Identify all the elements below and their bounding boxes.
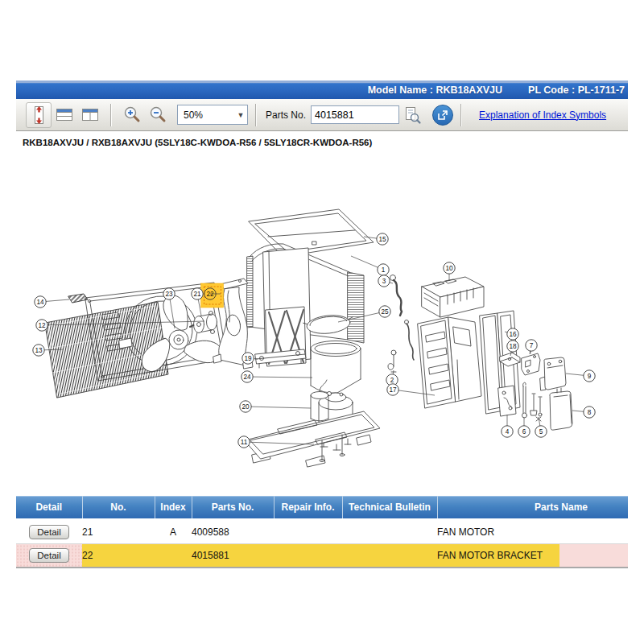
callout-14[interactable]: 14 xyxy=(35,296,69,308)
callout-7[interactable]: 7 xyxy=(526,340,537,354)
svg-text:6: 6 xyxy=(522,428,526,436)
column-header-repair-info-: Repair Info. xyxy=(274,496,342,520)
zoom-level-value: 50% xyxy=(178,109,234,121)
open-new-window-icon xyxy=(437,109,448,121)
explanation-of-index-symbols-link[interactable]: Explanation of Index Symbols xyxy=(479,109,606,121)
sound-blanket-part xyxy=(311,341,361,394)
zoom-in-icon xyxy=(122,105,142,125)
column-header-detail: Detail xyxy=(16,496,82,520)
svg-text:10: 10 xyxy=(445,265,453,272)
detail-button[interactable]: Detail xyxy=(29,548,68,563)
zoom-level-select[interactable]: 50% ▼ xyxy=(177,105,248,125)
split-horizontal-icon xyxy=(56,107,73,122)
zoom-out-icon xyxy=(148,105,167,125)
open-new-window-button[interactable] xyxy=(432,105,453,126)
no-cell: 22 xyxy=(82,544,155,568)
svg-text:1: 1 xyxy=(382,266,386,274)
toolbar-separator xyxy=(460,104,462,126)
svg-text:18: 18 xyxy=(509,343,517,350)
svg-text:20: 20 xyxy=(242,403,250,411)
repair-info-cell xyxy=(274,544,342,568)
svg-text:21: 21 xyxy=(193,291,201,298)
svg-text:13: 13 xyxy=(35,347,43,354)
index-cell: A xyxy=(155,520,192,544)
toolbar-separator xyxy=(110,104,112,126)
column-header-no-: No. xyxy=(82,496,155,520)
model-name-label: Model Name : RKB18AXVJU xyxy=(368,85,502,96)
title-bar: Model Name : RKB18AXVJU PL Code : PL-171… xyxy=(16,80,628,99)
parts-table: DetailNo.IndexParts No.Repair Info.Techn… xyxy=(16,496,628,568)
callout-2[interactable]: 2 xyxy=(386,370,398,386)
svg-text:9: 9 xyxy=(588,373,592,380)
svg-text:17: 17 xyxy=(389,386,397,394)
split-vertical-icon xyxy=(81,107,99,122)
fixing-plate-part xyxy=(498,386,516,416)
column-header-technical-bulletin: Technical Bulletin xyxy=(342,496,437,520)
model-subtitle: RKB18AXVJU / RXB18AXVJU (5SLY18C-KWDOA-R… xyxy=(16,131,628,151)
svg-text:5: 5 xyxy=(539,428,543,436)
svg-text:14: 14 xyxy=(36,299,44,306)
split-horizontal-button[interactable] xyxy=(52,102,77,128)
pipe-assembly-part xyxy=(405,320,415,361)
callout-20[interactable]: 20 xyxy=(240,401,311,412)
parts-table-body: Detail21A4009588FAN MOTORDetail224015881… xyxy=(16,520,628,568)
parts-no-cell: 4015881 xyxy=(192,544,274,568)
svg-text:8: 8 xyxy=(588,409,592,416)
detail-cell: Detail xyxy=(16,520,82,544)
svg-text:16: 16 xyxy=(509,331,517,338)
parts-search-button[interactable] xyxy=(399,102,425,128)
svg-text:12: 12 xyxy=(38,322,46,329)
parts-table-row: Detail21A4009588FAN MOTOR xyxy=(16,520,628,544)
exploded-parts-diagram: 1234567891011121314151617181920212223242… xyxy=(16,151,628,490)
fit-height-icon xyxy=(32,105,46,125)
control-box-part xyxy=(422,277,484,317)
parts-name-cell: FAN MOTOR xyxy=(437,520,628,544)
callout-9[interactable]: 9 xyxy=(566,370,595,382)
column-header-index: Index xyxy=(155,496,192,520)
detail-cell: Detail xyxy=(16,544,82,568)
parts-name-cell: FAN MOTOR BRACKET xyxy=(437,544,628,568)
pl-code-label: PL Code : PL-1711-7 xyxy=(528,85,625,96)
technical-bulletin-cell xyxy=(342,544,437,568)
thermistor-part xyxy=(388,350,396,372)
callout-4[interactable]: 4 xyxy=(502,415,513,437)
detail-button[interactable]: Detail xyxy=(29,525,68,539)
parts-no-input[interactable] xyxy=(311,105,399,124)
column-header-parts-name: Parts Name xyxy=(437,496,628,520)
no-cell: 21 xyxy=(82,520,155,544)
fit-height-button[interactable] xyxy=(26,102,52,128)
svg-text:23: 23 xyxy=(165,291,173,298)
callout-10[interactable]: 10 xyxy=(444,262,455,281)
svg-text:11: 11 xyxy=(241,439,248,446)
callout-24[interactable]: 24 xyxy=(242,371,312,382)
zoom-out-button[interactable] xyxy=(145,102,171,128)
callout-6[interactable]: 6 xyxy=(518,417,530,437)
pipe-cover-part xyxy=(550,388,572,430)
valve-cover-part xyxy=(540,357,566,390)
stop-valve-part xyxy=(530,394,542,421)
callout-1[interactable]: 1 xyxy=(351,256,389,275)
index-cell xyxy=(155,544,192,568)
svg-text:24: 24 xyxy=(243,374,251,381)
parts-no-cell: 4009588 xyxy=(192,520,274,544)
handle-rod-part xyxy=(68,294,88,303)
technical-bulletin-cell xyxy=(342,520,437,544)
toolbar: 50% ▼ Parts No. xyxy=(16,99,628,131)
zoom-in-button[interactable] xyxy=(119,102,145,128)
top-panel-part xyxy=(249,209,374,257)
parts-table-row: Detail224015881FAN MOTOR BRACKET xyxy=(16,544,628,568)
callout-8[interactable]: 8 xyxy=(572,407,595,418)
svg-text:7: 7 xyxy=(530,342,534,349)
svg-text:3: 3 xyxy=(382,278,386,285)
split-vertical-button[interactable] xyxy=(77,102,103,128)
svg-text:15: 15 xyxy=(378,236,386,243)
toolbar-separator xyxy=(255,104,257,126)
svg-text:19: 19 xyxy=(244,355,252,362)
parts-table-header-row: DetailNo.IndexParts No.Repair Info.Techn… xyxy=(16,496,628,520)
chevron-down-icon: ▼ xyxy=(234,111,247,119)
parts-no-label: Parts No. xyxy=(266,109,306,121)
svg-text:22: 22 xyxy=(206,291,214,298)
svg-text:25: 25 xyxy=(381,308,389,316)
svg-text:4: 4 xyxy=(506,428,510,436)
capillary-pipe-part xyxy=(522,382,527,418)
